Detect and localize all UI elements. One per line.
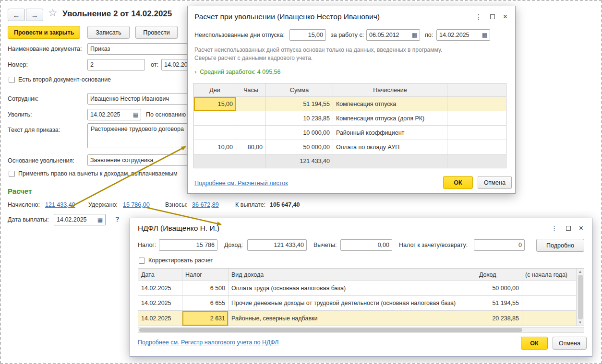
cell-amount[interactable]: 50 000,00 <box>266 140 333 154</box>
maximize-icon[interactable] <box>566 226 571 231</box>
cell-income[interactable]: 51 194,55 <box>476 296 522 310</box>
cell-ytd[interactable] <box>522 281 576 295</box>
details-button[interactable]: Подробно <box>536 239 584 252</box>
pay-date-input[interactable]: 14.02.2025 ▦ <box>54 214 106 225</box>
scroll-down-icon[interactable]: ▼ <box>578 320 582 325</box>
deductions-input[interactable]: 0,00 <box>340 239 392 251</box>
close-icon[interactable]: × <box>503 12 507 21</box>
reason-input[interactable]: Заявление сотрудника <box>87 154 187 166</box>
header-tax[interactable]: Налог <box>182 269 229 281</box>
help-icon[interactable]: ? <box>115 215 120 223</box>
maximize-icon[interactable] <box>490 14 495 19</box>
header-ytd[interactable]: (с начала года) <box>522 269 576 281</box>
header-income-type[interactable]: Вид дохода <box>229 269 476 281</box>
calendar-icon[interactable]: ▦ <box>97 217 103 223</box>
cell-income-type[interactable]: Районные, северные надбавки <box>229 311 476 326</box>
forward-button[interactable]: → <box>26 9 43 21</box>
cell-accrual[interactable]: Районный коэффициент <box>333 126 447 140</box>
cell-date[interactable]: 14.02.2025 <box>138 296 182 310</box>
ndfl-register-link[interactable]: Подробнее см. Регистр налогового учета п… <box>138 339 278 346</box>
cell-income[interactable]: 50 000,00 <box>476 281 522 295</box>
calendar-icon[interactable]: ▦ <box>412 32 417 38</box>
scroll-up-icon[interactable]: ▲ <box>578 270 582 274</box>
header-amount[interactable]: Сумма <box>266 83 333 96</box>
cell-days-selected[interactable]: 15,00 <box>194 97 236 111</box>
ok-button[interactable]: ОК <box>521 337 548 350</box>
accrued-amount-link[interactable]: 121 433,40 <box>45 201 75 208</box>
cell-income-type[interactable]: Прочие денежные доходы от трудовой деяте… <box>229 296 476 310</box>
cell-amount[interactable]: 10 000,00 <box>266 126 333 140</box>
table-row[interactable]: 14.02.2025 6 655 Прочие денежные доходы … <box>138 296 576 311</box>
cell-hours[interactable] <box>236 126 266 140</box>
cell-amount[interactable]: 51 194,55 <box>266 97 333 111</box>
cell-amount[interactable]: 10 238,85 <box>266 111 333 125</box>
header-income[interactable]: Доход <box>476 269 522 281</box>
table-row[interactable]: 10 000,00 Районный коэффициент <box>194 126 506 140</box>
cancel-button[interactable]: Отмена <box>553 337 587 350</box>
cell-tax[interactable]: 6 500 <box>182 281 229 295</box>
average-earnings-expander[interactable]: ›Средний заработок: 4 095,56 <box>194 69 281 75</box>
second-doc-checkbox[interactable] <box>9 77 15 83</box>
correct-calc-checkbox[interactable] <box>139 258 145 264</box>
calendar-icon[interactable]: ▦ <box>133 112 138 117</box>
cell-income-type[interactable]: Оплата труда (основная налоговая база) <box>229 281 476 295</box>
cell-ytd[interactable] <box>522 296 576 310</box>
more-menu-icon[interactable]: ⋮ <box>551 224 558 232</box>
work-from-input[interactable]: 06.05.2012 ▦ <box>366 29 420 41</box>
employee-input[interactable]: Иващенко Нестор Иванович <box>87 93 203 105</box>
cell-hours[interactable] <box>236 111 266 125</box>
apply-deduction-checkbox[interactable] <box>9 171 15 177</box>
vertical-scrollbar[interactable]: ▲ ▼ <box>576 269 584 326</box>
header-accrual[interactable]: Начисление <box>333 83 447 96</box>
cell-accrual[interactable]: Компенсация отпуска (доля РК) <box>333 111 447 125</box>
cell-income[interactable]: 20 238,85 <box>476 311 522 326</box>
more-menu-icon[interactable]: ⋮ <box>475 13 482 21</box>
cancel-button[interactable]: Отмена <box>478 176 512 189</box>
table-row[interactable]: 10 238,85 Компенсация отпуска (доля РК) <box>194 111 506 126</box>
table-row[interactable]: 14.02.2025 2 631 Районные, северные надб… <box>138 311 576 326</box>
cell-days[interactable]: 10,00 <box>194 140 236 154</box>
dismiss-date-input[interactable]: 14.02.2025 ▦ <box>87 109 141 120</box>
cell-date[interactable]: 14.02.2025 <box>138 281 182 295</box>
post-and-close-button[interactable]: Провести и закрыть <box>8 26 80 39</box>
contributions-amount-link[interactable]: 36 672,89 <box>192 201 219 208</box>
table-row[interactable]: 15,00 51 194,55 Компенсация отпуска <box>194 97 506 111</box>
cell-empty[interactable] <box>447 97 506 111</box>
table-row[interactable]: 10,00 80,00 50 000,00 Оплата по окладу А… <box>194 140 506 154</box>
post-button[interactable]: Провести <box>135 26 178 39</box>
work-to-input[interactable]: 14.02.2025 ▦ <box>436 29 490 41</box>
header-hours[interactable]: Часы <box>236 83 266 96</box>
scrollbar-thumb[interactable] <box>139 328 522 332</box>
back-button[interactable]: ← <box>8 9 25 21</box>
tax-input[interactable]: 15 786 <box>159 239 217 251</box>
ok-button[interactable]: ОК <box>443 176 473 189</box>
cell-date[interactable]: 14.02.2025 <box>138 311 182 326</box>
cell-tax-selected[interactable]: 2 631 <box>182 311 229 326</box>
unused-days-input[interactable]: 15,00 <box>289 29 326 41</box>
header-date[interactable]: Дата <box>138 269 182 281</box>
cell-empty[interactable] <box>447 140 506 154</box>
doc-name-input[interactable]: Приказ <box>87 43 198 55</box>
cell-accrual[interactable]: Оплата по окладу АУП <box>333 140 447 154</box>
favorite-star-icon[interactable]: ☆ <box>48 7 58 19</box>
calendar-icon[interactable]: ▦ <box>482 32 487 38</box>
table-row[interactable]: 14.02.2025 6 500 Оплата труда (основная … <box>138 281 576 296</box>
withheld-amount-link[interactable]: 15 786,00 <box>123 201 150 208</box>
header-days[interactable]: Дни <box>194 83 236 96</box>
horizontal-scrollbar[interactable] <box>138 327 584 333</box>
income-input[interactable]: 121 433,40 <box>247 239 307 251</box>
cell-days[interactable] <box>194 126 236 140</box>
scrollbar-thumb[interactable] <box>578 275 583 319</box>
cell-empty[interactable] <box>447 111 506 125</box>
cell-hours[interactable]: 80,00 <box>236 140 266 154</box>
cell-ytd[interactable] <box>522 311 576 326</box>
offset-input[interactable]: 0 <box>474 239 525 251</box>
cell-tax[interactable]: 6 655 <box>182 296 229 310</box>
cell-days[interactable] <box>194 111 236 125</box>
number-input[interactable]: 2 <box>87 59 145 70</box>
cell-accrual[interactable]: Компенсация отпуска <box>333 97 447 111</box>
cell-hours[interactable] <box>236 97 266 111</box>
close-icon[interactable]: × <box>579 224 583 233</box>
order-text-input[interactable]: Расторжение трудового договора <box>87 123 203 148</box>
cell-empty[interactable] <box>447 126 506 140</box>
